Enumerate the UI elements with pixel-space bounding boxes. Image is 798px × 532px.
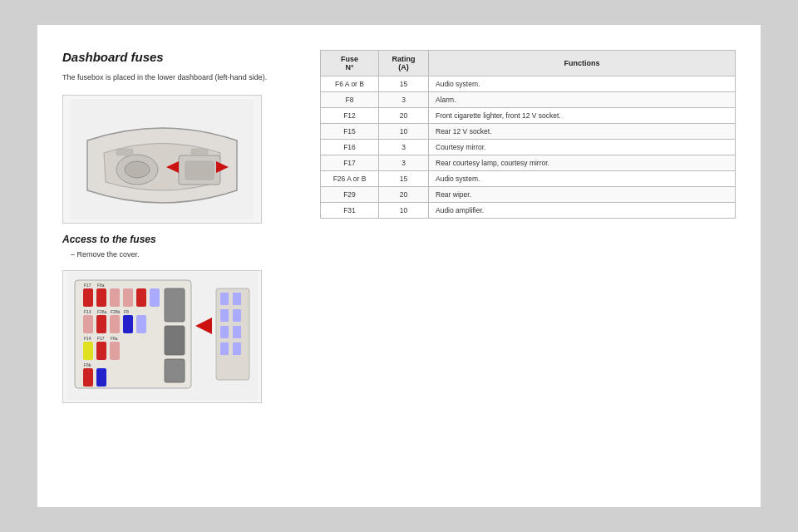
fuse-number: F12 [321,108,379,124]
svg-rect-13 [110,288,120,307]
fuse-function: Rear wiper. [429,187,736,203]
fuse-number: F8 [321,92,379,108]
svg-text:F26b: F26b [111,309,121,314]
svg-rect-11 [83,288,93,307]
fuse-number: F16 [321,140,379,155]
table-row: F6 A or B15Audio system. [321,76,736,92]
svg-text:F6a: F6a [111,336,118,341]
svg-rect-43 [233,293,241,305]
svg-rect-37 [165,288,185,322]
svg-rect-30 [110,342,120,360]
fuse-rating: 20 [379,187,429,203]
fuse-rating: 10 [379,124,429,140]
svg-text:F17: F17 [84,283,91,288]
svg-rect-46 [220,326,229,338]
fuse-function: Audio system. [429,76,736,92]
table-row: F163Courtesy mirror. [321,140,736,155]
svg-rect-21 [110,315,120,333]
svg-rect-29 [96,342,106,360]
svg-point-2 [125,161,150,178]
dashboard-svg [71,99,254,219]
fuse-number: F17 [321,155,379,171]
svg-rect-45 [233,309,241,322]
fuse-function: Rear 12 V socket. [429,124,736,140]
fuse-rating: 10 [379,203,429,219]
section-description: The fusebox is placed in the lower dashb… [62,72,295,83]
fuse-diagram: F17 F6a F13 F26a F26b F8 F14 F17 F6a [62,270,262,403]
fuse-rating: 3 [379,140,429,155]
section-title: Dashboard fuses [62,50,295,64]
fuse-number: F29 [321,187,379,203]
fuse-function: Audio system. [429,171,736,187]
svg-text:F8: F8 [124,309,129,314]
col-header-rating: Rating(A) [379,51,429,76]
svg-rect-22 [123,315,133,333]
svg-rect-42 [220,293,229,305]
svg-rect-20 [96,315,106,333]
svg-text:F26a: F26a [97,309,107,314]
svg-text:F6a: F6a [97,283,105,288]
left-column: Dashboard fuses The fusebox is placed in… [62,50,295,490]
svg-text:F17: F17 [97,336,105,341]
col-header-fuse: FuseN° [321,51,379,76]
fuse-function: Courtesy mirror. [429,140,736,155]
svg-rect-34 [83,368,93,387]
fuse-function: Alarm. [429,92,736,108]
svg-rect-39 [165,359,185,382]
svg-rect-8 [191,149,208,155]
page-content: Dashboard fuses The fusebox is placed in… [37,25,761,507]
svg-rect-16 [150,288,160,307]
fuse-number: F15 [321,124,379,140]
svg-rect-23 [136,315,146,333]
fuse-function: Front cigarette lighter, front 12 V sock… [429,108,736,124]
fuse-number: F26 A or B [321,171,379,187]
svg-rect-7 [116,149,133,155]
access-title: Access to the fuses [62,234,295,245]
table-row: F2920Rear wiper. [321,187,736,203]
fuse-function: Rear courtesy lamp, courtesy mirror. [429,155,736,171]
fuse-diagram-svg: F17 F6a F13 F26a F26b F8 F14 F17 F6a [66,272,258,401]
svg-rect-49 [233,342,241,355]
table-row: F83Alarm. [321,92,736,108]
svg-rect-48 [220,342,229,355]
table-row: F173Rear courtesy lamp, courtesy mirror. [321,155,736,171]
svg-rect-19 [83,315,93,333]
right-column: FuseN° Rating(A) Functions F6 A or B15Au… [320,50,736,490]
fuse-rating: 3 [379,155,429,171]
fuse-function: Audio amplifier. [429,203,736,219]
svg-text:F6b: F6b [84,362,91,367]
svg-rect-38 [165,326,185,355]
fuse-table: FuseN° Rating(A) Functions F6 A or B15Au… [320,50,736,219]
svg-rect-4 [185,161,214,180]
fuse-rating: 15 [379,76,429,92]
svg-rect-35 [96,368,106,387]
table-row: F26 A or B15Audio system. [321,171,736,187]
svg-rect-15 [136,288,146,307]
svg-text:F14: F14 [84,336,91,341]
fuse-rating: 3 [379,92,429,108]
svg-rect-12 [96,288,106,307]
table-row: F3110Audio amplifier. [321,203,736,219]
svg-rect-44 [220,309,229,322]
fuse-number: F31 [321,203,379,219]
table-row: F1510Rear 12 V socket. [321,124,736,140]
fuse-number: F6 A or B [321,76,379,92]
fuse-rating: 15 [379,171,429,187]
svg-text:F13: F13 [84,309,91,314]
col-header-functions: Functions [429,51,736,76]
svg-rect-47 [233,326,241,338]
dashboard-image [62,95,262,224]
access-item: Remove the cover. [62,250,295,259]
svg-rect-14 [123,288,133,307]
fuse-rating: 20 [379,108,429,124]
svg-rect-28 [83,342,93,360]
table-row: F1220Front cigarette lighter, front 12 V… [321,108,736,124]
